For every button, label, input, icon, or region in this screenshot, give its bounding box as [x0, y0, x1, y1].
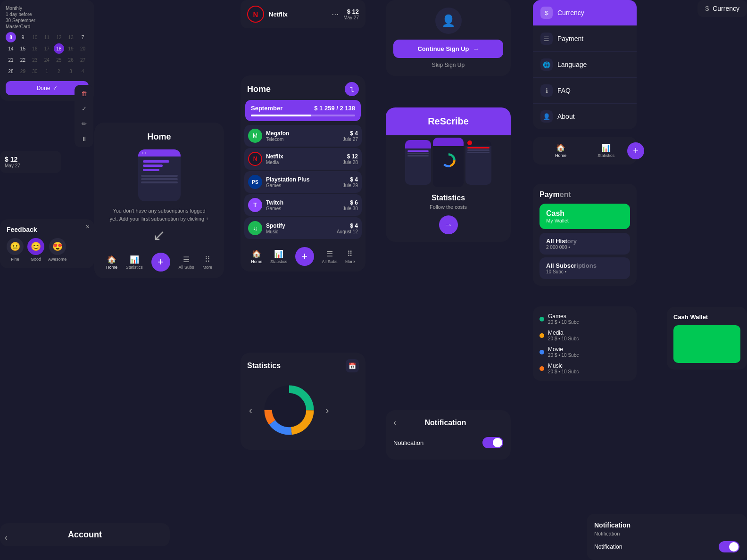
- sbnav-home[interactable]: 🏠 Home: [555, 143, 566, 158]
- nav-allsubs-main[interactable]: ☰ All Subs: [322, 249, 337, 264]
- nav-home-main[interactable]: 🏠 Home: [251, 249, 262, 264]
- cal-cell-26[interactable]: 26: [66, 55, 76, 65]
- all-history-item[interactable]: All History 2 000 000 •: [540, 233, 630, 255]
- nav-allsubs-empty[interactable]: ☰ All Subs: [179, 255, 194, 270]
- edit-icon[interactable]: ✏: [78, 118, 90, 129]
- cal-cell-25[interactable]: 25: [54, 55, 64, 65]
- home-main-card: Home ⇅ September $ 1 259 / 2 138 М Megaf…: [241, 75, 365, 272]
- notification-promo-thumb: [729, 542, 739, 552]
- cal-cell-8[interactable]: 8: [6, 32, 16, 42]
- check-icon[interactable]: ✓: [78, 103, 90, 114]
- music-dot: [540, 366, 544, 371]
- cal-cell-27[interactable]: 27: [78, 55, 88, 65]
- sub-spotify-info: Spotify Music: [266, 222, 333, 234]
- cal-cell-18[interactable]: 18: [54, 43, 64, 54]
- account-back-icon[interactable]: ‹: [5, 533, 8, 543]
- all-subs-item[interactable]: All Subscriptions 10 Subc •: [540, 257, 630, 279]
- cal-cell-12[interactable]: 12: [54, 32, 64, 42]
- sort-button[interactable]: ⇅: [345, 82, 359, 96]
- pause-icon[interactable]: ⏸: [78, 133, 90, 144]
- nav-more-main[interactable]: ⠿ More: [345, 249, 355, 264]
- feedback-close-button[interactable]: ×: [86, 223, 90, 231]
- cal-cell-9[interactable]: 9: [17, 32, 28, 42]
- currency-badge[interactable]: $ Currency: [697, 0, 747, 17]
- cal-cell-29[interactable]: 29: [17, 66, 28, 76]
- settings-payment-item[interactable]: ☰ Payment: [533, 26, 637, 52]
- small-notif-card: $ 12 May 27: [0, 151, 61, 173]
- notif-title: Notification: [425, 419, 466, 427]
- settings-panel: $ Currency ☰ Payment 🌐 Language ℹ FAQ 👤 …: [533, 0, 637, 129]
- calendar-meta: Monthly 1 day before 30 September Master…: [6, 6, 89, 29]
- sub-twitch-right: $ 6 Jule 30: [343, 199, 358, 211]
- about-settings-icon: 👤: [540, 110, 553, 123]
- card-label: MasterCard: [6, 24, 89, 29]
- settings-about-item[interactable]: 👤 About: [533, 104, 637, 129]
- cal-cell-28[interactable]: 28: [6, 66, 16, 76]
- nav-stats-empty-label: Statistics: [126, 265, 143, 270]
- cash-card: Cash My Wallet: [540, 204, 630, 229]
- sbnav-stats[interactable]: 📊 Statistics: [598, 143, 614, 158]
- cal-cell-17[interactable]: 17: [42, 43, 52, 54]
- home-main-allsubs-icon: ☰: [326, 249, 333, 258]
- notification-card: ‹ Notification Notification: [386, 410, 511, 460]
- cal-cell-30[interactable]: 30: [30, 66, 40, 76]
- cal-cell-11[interactable]: 11: [42, 32, 52, 42]
- rescribe-go-button[interactable]: →: [439, 215, 458, 234]
- cal-cell-20[interactable]: 20: [78, 43, 88, 54]
- toggle-thumb: [493, 438, 502, 447]
- delete-icon[interactable]: 🗑: [78, 88, 90, 99]
- cal-cell-14[interactable]: 14: [6, 43, 16, 54]
- payment-settings-label: Payment: [557, 35, 583, 42]
- nav-stats-empty[interactable]: 📊 Statistics: [126, 255, 143, 270]
- cal-cell-16[interactable]: 16: [30, 43, 40, 54]
- nav-add-main[interactable]: +: [295, 247, 314, 266]
- feedback-card: × Feedback 😐 Fine 😊 Good 😍 Awesome: [0, 219, 94, 268]
- cal-cell-3[interactable]: 3: [66, 66, 76, 76]
- cal-cell-10[interactable]: 10: [30, 32, 40, 42]
- sub-netflix-date: Jule 28: [343, 160, 358, 165]
- emoji-fine[interactable]: 😐 Fine: [7, 238, 24, 262]
- cal-cell-21[interactable]: 21: [6, 55, 16, 65]
- skip-signup-button[interactable]: Skip Sign Up: [393, 62, 503, 68]
- emoji-awesome[interactable]: 😍 Awesome: [48, 238, 66, 262]
- nav-home-empty[interactable]: 🏠 Home: [106, 255, 117, 270]
- nav-add-empty[interactable]: +: [151, 253, 170, 272]
- notification-toggle[interactable]: [482, 437, 503, 448]
- nav-more-empty[interactable]: ⠿ More: [203, 255, 213, 270]
- netflix-top-amount: $ 12: [343, 8, 359, 15]
- cal-cell-24[interactable]: 24: [42, 55, 52, 65]
- netflix-more-dots[interactable]: ···: [332, 9, 339, 19]
- cal-cell-15[interactable]: 15: [17, 43, 28, 54]
- calendar-toggle-icon[interactable]: 📅: [346, 359, 359, 372]
- rescribe-title: ReScribe: [394, 116, 502, 127]
- settings-add-button[interactable]: +: [627, 142, 644, 159]
- sub-netflix-info: Netflix Media: [266, 153, 339, 165]
- cal-cell-1[interactable]: 1: [42, 66, 52, 76]
- settings-faq-item[interactable]: ℹ FAQ: [533, 78, 637, 104]
- settings-language-item[interactable]: 🌐 Language: [533, 52, 637, 78]
- emoji-good[interactable]: 😊 Good: [27, 238, 44, 262]
- donut-next-icon[interactable]: ›: [326, 405, 329, 416]
- nav-stats-main[interactable]: 📊 Statistics: [270, 249, 287, 264]
- cal-cell-13[interactable]: 13: [66, 32, 76, 42]
- legend-games-name: Games: [548, 313, 579, 320]
- cal-cell-4[interactable]: 4: [78, 66, 88, 76]
- notif-back-icon[interactable]: ‹: [393, 418, 396, 428]
- continue-signup-button[interactable]: Continue Sign Up →: [393, 40, 503, 58]
- settings-currency-item[interactable]: $ Currency: [533, 0, 637, 26]
- netflix-top-info: Netflix: [269, 11, 327, 18]
- donut-prev-icon[interactable]: ‹: [249, 405, 252, 416]
- legend-music: Music 20 $ • 10 Subc: [540, 362, 630, 374]
- cal-cell-7[interactable]: 7: [78, 32, 88, 42]
- continue-signup-label: Continue Sign Up: [417, 45, 469, 52]
- notif-date: May 27: [5, 163, 57, 168]
- notification-promo-toggle[interactable]: [719, 541, 739, 552]
- subscription-list: М Megafon Telecom $ 4 Jule 27 N Netflix …: [241, 125, 365, 242]
- megafon-icon: М: [248, 129, 262, 143]
- phone-screens: [386, 135, 511, 192]
- cal-cell-22[interactable]: 22: [17, 55, 28, 65]
- cal-cell-23[interactable]: 23: [30, 55, 40, 65]
- sub-twitch: T Twitch Games $ 6 Jule 30: [244, 194, 362, 216]
- cal-cell-2[interactable]: 2: [54, 66, 64, 76]
- cal-cell-19[interactable]: 19: [66, 43, 76, 54]
